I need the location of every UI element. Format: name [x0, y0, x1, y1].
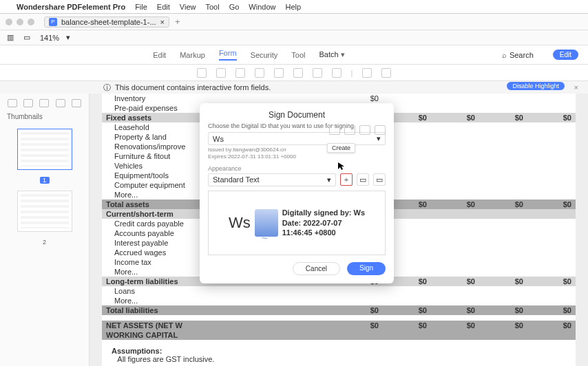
form-tool-5[interactable] [274, 68, 284, 78]
bookmark-icon[interactable] [23, 99, 33, 107]
menu-view[interactable]: View [180, 3, 196, 11]
page-thumbnail-2[interactable] [17, 191, 72, 232]
preview-name: Ws [229, 214, 251, 232]
page-num-2: 2 [40, 239, 50, 246]
signed-by-line: Digitally signed by: Ws [282, 208, 365, 217]
traffic-close[interactable] [6, 19, 12, 25]
app-name[interactable]: Wondershare PDFelement Pro [17, 3, 125, 11]
window-titlebar: P balance-sheet-template-1-... × + [0, 14, 588, 30]
menu-edit[interactable]: Edit [157, 3, 170, 11]
outline-icon[interactable] [39, 99, 49, 107]
sign-button[interactable]: Sign [347, 262, 386, 275]
tab-form[interactable]: Form [219, 49, 237, 61]
form-tool-3[interactable] [235, 68, 245, 78]
form-tool-6[interactable] [293, 68, 303, 78]
page-view-icon[interactable]: ▭ [23, 33, 33, 43]
form-tool-7[interactable] [313, 68, 322, 78]
info-icon: ⓘ [103, 83, 111, 93]
add-appearance-button[interactable]: + [340, 173, 353, 186]
disable-highlight-button[interactable]: Disable Highlight [507, 82, 565, 90]
view-toolbar: ▥ ▭ 141% ▾ [0, 30, 588, 45]
menu-file[interactable]: File [135, 3, 147, 11]
form-toolbar: | [0, 65, 588, 81]
assumptions: Assumptions: All figures are GST inclusi… [102, 340, 576, 366]
thumbnails-sidebar: Thumbnails 1 2 [0, 94, 90, 366]
doc-icon [255, 209, 278, 237]
document-tab[interactable]: P balance-sheet-template-1-... × [44, 17, 169, 28]
time-line: 11:46:45 +0800 [282, 228, 365, 237]
tab-edit[interactable]: Edit [153, 51, 166, 59]
form-tool-10[interactable] [381, 68, 391, 78]
chevron-down-icon: ▾ [327, 175, 331, 184]
id-action-4[interactable] [375, 125, 386, 135]
sign-document-dialog: Sign Document Choose the Digital ID that… [200, 103, 394, 283]
tab-close-icon[interactable]: × [160, 18, 165, 26]
banner-close-icon[interactable]: × [574, 83, 578, 92]
form-tool-8[interactable] [332, 68, 342, 78]
form-tool-1[interactable] [197, 68, 207, 78]
form-tool-9[interactable] [362, 68, 372, 78]
menu-window[interactable]: Window [249, 3, 275, 11]
search-box[interactable]: ⌕ Search [502, 51, 534, 59]
menu-go[interactable]: Go [229, 3, 240, 11]
appearance-label: Appearance [208, 165, 386, 172]
id-action-1[interactable] [329, 125, 340, 135]
sidebar-toggle-icon[interactable]: ▥ [7, 33, 17, 43]
attach-icon[interactable] [56, 99, 65, 107]
thumb-icon[interactable] [8, 99, 17, 107]
comment-icon[interactable] [72, 99, 81, 107]
id-action-2[interactable] [344, 125, 355, 135]
sidebar-label: Thumbnails [0, 111, 89, 122]
zoom-level[interactable]: 141% [40, 34, 59, 42]
delete-appearance-button[interactable]: ▭ [373, 173, 386, 186]
search-placeholder: Search [510, 51, 534, 59]
menu-help[interactable]: Help [285, 3, 301, 11]
expires: Expires:2022-07-31 13:01:31 +0000 [208, 153, 386, 160]
signature-preview: Ws Digitally signed by: Ws Date: 2022-07… [208, 191, 386, 255]
tab-tool[interactable]: Tool [291, 51, 305, 59]
macos-menubar: Wondershare PDFelement Pro File Edit Vie… [0, 0, 588, 14]
appearance-select[interactable]: Standard Text▾ [208, 173, 336, 186]
pdf-icon: P [49, 18, 57, 26]
form-fields-banner: ⓘ This document contains interactive for… [0, 81, 588, 94]
tab-batch[interactable]: Batch ▾ [319, 50, 344, 59]
tab-title: balance-sheet-template-1-... [61, 18, 156, 26]
chevron-down-icon: ▾ [377, 134, 381, 143]
cancel-button[interactable]: Cancel [293, 262, 340, 275]
main-toolbar: Edit Markup Form Security Tool Batch ▾ ⌕… [0, 45, 588, 65]
banner-msg: This document contains interactive form … [115, 83, 271, 92]
form-tool-4[interactable] [255, 68, 264, 78]
zoom-dropdown-icon[interactable]: ▾ [66, 33, 70, 42]
form-tool-2[interactable] [216, 68, 226, 78]
issued-by: Issued by:liangwan@300624.cn [208, 147, 386, 153]
date-line: Date: 2022-07-07 [282, 218, 365, 228]
traffic-min[interactable] [17, 19, 23, 25]
edit-appearance-button[interactable]: ▭ [357, 173, 369, 186]
id-action-3[interactable] [359, 125, 370, 135]
edit-button[interactable]: Edit [553, 50, 578, 60]
dialog-title: Sign Document [208, 110, 386, 120]
menu-tool[interactable]: Tool [205, 3, 219, 11]
new-tab-button[interactable]: + [175, 17, 180, 27]
tab-markup[interactable]: Markup [180, 51, 205, 59]
page-thumbnail-1[interactable] [17, 129, 72, 170]
search-icon: ⌕ [502, 51, 507, 59]
traffic-max[interactable] [28, 19, 34, 25]
create-tooltip: Create [327, 143, 355, 153]
page-num-1: 1 [40, 177, 50, 184]
tab-security[interactable]: Security [251, 51, 278, 59]
